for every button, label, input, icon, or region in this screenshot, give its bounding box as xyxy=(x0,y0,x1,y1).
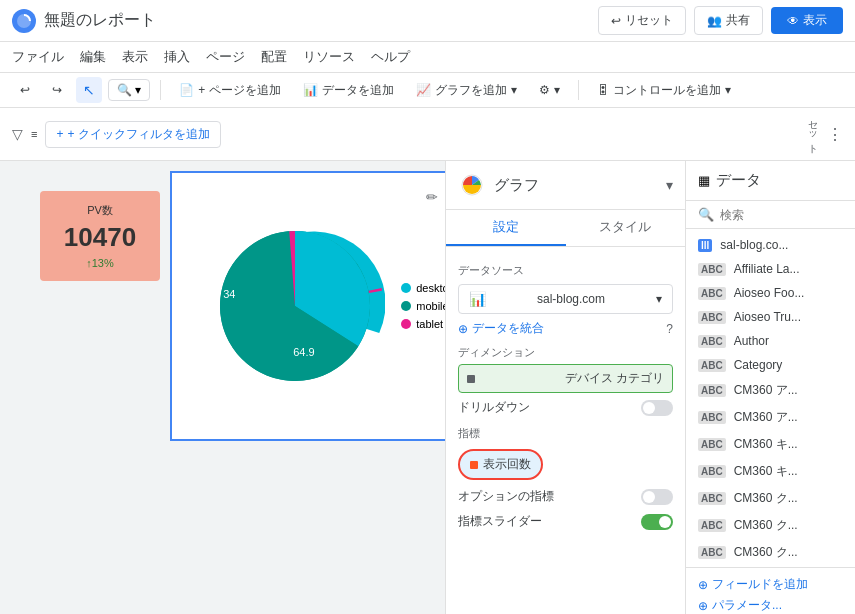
share-button[interactable]: 👥 共有 xyxy=(694,6,763,35)
menu-file[interactable]: ファイル xyxy=(12,44,64,70)
eye-icon: 👁 xyxy=(787,14,799,28)
panel-title: グラフ xyxy=(494,176,658,195)
view-button[interactable]: 👁 表示 xyxy=(771,7,843,34)
panel-content: データソース 📊 sal-blog.com ▾ ⊕ データを統合 ? ディメンシ… xyxy=(446,247,685,614)
data-panel: ▦ データ 🔍 lll sal-blog.co... ABC Affiliate… xyxy=(685,161,855,614)
metric-section: 表示回数 xyxy=(458,449,673,480)
add-quick-filter-button[interactable]: + + クイックフィルタを追加 xyxy=(45,121,220,148)
menu-arrange[interactable]: 配置 xyxy=(261,44,287,70)
help-icon: ? xyxy=(666,322,673,336)
redo-button[interactable]: ↪ xyxy=(44,79,70,101)
page-title: 無題のレポート xyxy=(44,10,156,31)
canvas-area: PV数 10470 ↑13% ✏ AZ xyxy=(0,161,445,614)
blend-data-button[interactable]: ⊕ データを統合 ? xyxy=(458,320,673,337)
abc-icon-11: ABC xyxy=(698,492,726,505)
metric-value: 10470 xyxy=(64,222,136,253)
select-tool[interactable]: ↖ xyxy=(76,77,102,103)
separator-1 xyxy=(160,80,161,100)
more-tools-button[interactable]: ⚙▾ xyxy=(531,79,568,101)
chart-container[interactable]: ✏ AZ xyxy=(170,171,445,441)
zoom-button[interactable]: 🔍 ▾ xyxy=(108,79,150,101)
list-item[interactable]: ABC CM360 ク... xyxy=(686,539,855,566)
plus-icon: + xyxy=(56,127,63,141)
add-page-button[interactable]: 📄 + ページを追加 xyxy=(171,78,288,103)
chart-edit-icon[interactable]: ✏ xyxy=(426,189,438,205)
legend-tablet: tablet xyxy=(401,318,445,330)
title-bar-actions: ↩ リセット 👥 共有 👁 表示 xyxy=(598,6,843,35)
list-item[interactable]: ABC CM360 ク... xyxy=(686,512,855,539)
menu-insert[interactable]: 挿入 xyxy=(164,44,190,70)
abc-icon-8: ABC xyxy=(698,411,726,424)
legend-dot-mobile xyxy=(401,301,411,311)
abc-icon-3: ABC xyxy=(698,287,726,300)
menu-bar: ファイル 編集 表示 挿入 ページ 配置 リソース ヘルプ xyxy=(0,42,855,73)
abc-icon-13: ABC xyxy=(698,546,726,559)
add-field-link[interactable]: ⊕ フィールドを追加 xyxy=(698,576,843,593)
search-icon: 🔍 xyxy=(698,207,714,222)
pie-chart: 34 64.9 xyxy=(205,216,385,396)
metric-chip[interactable]: 表示回数 xyxy=(458,449,543,480)
drilldown-toggle[interactable] xyxy=(641,400,673,416)
filter-bar-right: セット ⋮ xyxy=(805,114,843,154)
add-chart-button[interactable]: 📈 グラフを追加 ▾ xyxy=(408,78,525,103)
reset-icon: ↩ xyxy=(611,14,621,28)
menu-page[interactable]: ページ xyxy=(206,44,245,70)
abc-icon-10: ABC xyxy=(698,465,726,478)
add-control-button[interactable]: 🎛 コントロールを追加 ▾ xyxy=(589,78,739,103)
list-item[interactable]: ABC Category xyxy=(686,353,855,377)
legend-mobile: mobile xyxy=(401,300,445,312)
metric-icon xyxy=(470,461,478,469)
search-input[interactable] xyxy=(720,208,855,222)
list-item[interactable]: ABC Aioseo Tru... xyxy=(686,305,855,329)
metric-slider-row: 指標スライダー xyxy=(458,513,673,530)
datasource-select[interactable]: 📊 sal-blog.com ▾ xyxy=(458,284,673,314)
menu-help[interactable]: ヘルプ xyxy=(371,44,410,70)
list-item[interactable]: ABC CM360 ク... xyxy=(686,485,855,512)
metric-change: ↑13% xyxy=(86,257,114,269)
drilldown-row: ドリルダウン xyxy=(458,399,673,416)
list-item[interactable]: lll sal-blog.co... xyxy=(686,233,855,257)
list-item[interactable]: ABC CM360 ア... xyxy=(686,404,855,431)
option-metric-row: オプションの指標 xyxy=(458,488,673,505)
pie-final xyxy=(205,216,385,396)
list-item[interactable]: ABC Author xyxy=(686,329,855,353)
data-icon: 📊 xyxy=(303,83,318,97)
data-list: lll sal-blog.co... ABC Affiliate La... A… xyxy=(686,229,855,567)
graph-panel: グラフ ▾ 設定 スタイル データソース 📊 sal-blog.com ▾ ⊕ … xyxy=(445,161,685,614)
menu-view[interactable]: 表示 xyxy=(122,44,148,70)
menu-resource[interactable]: リソース xyxy=(303,44,355,70)
undo-button[interactable]: ↩ xyxy=(12,79,38,101)
legend-dot-tablet xyxy=(401,319,411,329)
filter-more-button[interactable]: ⋮ xyxy=(827,125,843,144)
filter-separator: ≡ xyxy=(31,128,37,140)
list-item[interactable]: ABC CM360 ア... xyxy=(686,377,855,404)
reset-button[interactable]: ↩ リセット xyxy=(598,6,686,35)
abc-icon-7: ABC xyxy=(698,384,726,397)
list-item[interactable]: ABC Affiliate La... xyxy=(686,257,855,281)
control-icon: 🎛 xyxy=(597,83,609,97)
add-data-button[interactable]: 📊 データを追加 xyxy=(295,78,402,103)
tab-settings[interactable]: 設定 xyxy=(446,210,566,246)
list-item[interactable]: ABC CM360 キ... xyxy=(686,431,855,458)
legend-dot-desktop xyxy=(401,283,411,293)
option-metric-toggle[interactable] xyxy=(641,489,673,505)
abc-icon-9: ABC xyxy=(698,438,726,451)
filter-icon: ▽ xyxy=(12,126,23,142)
list-item[interactable]: ABC CM360 キ... xyxy=(686,458,855,485)
menu-edit[interactable]: 編集 xyxy=(80,44,106,70)
toolbar: ↩ ↪ ↖ 🔍 ▾ 📄 + ページを追加 📊 データを追加 📈 グラフを追加 ▾… xyxy=(0,73,855,108)
dimension-chip[interactable]: デバイス カテゴリ xyxy=(458,364,673,393)
abc-icon-5: ABC xyxy=(698,335,726,348)
plus-icon-2: ⊕ xyxy=(698,599,708,613)
abc-icon-1: lll xyxy=(698,239,712,252)
datasource-icon: 📊 xyxy=(469,291,486,307)
metric-box: PV数 10470 ↑13% xyxy=(40,191,160,281)
chart-label-34: 34 xyxy=(223,288,235,300)
list-item[interactable]: ABC Aioseo Foo... xyxy=(686,281,855,305)
panel-collapse-icon[interactable]: ▾ xyxy=(666,177,673,193)
panel-header: グラフ ▾ xyxy=(446,161,685,210)
tab-style[interactable]: スタイル xyxy=(566,210,686,246)
metric-slider-toggle[interactable] xyxy=(641,514,673,530)
graph-icon xyxy=(458,171,486,199)
add-param-link[interactable]: ⊕ パラメータ... xyxy=(698,597,843,614)
